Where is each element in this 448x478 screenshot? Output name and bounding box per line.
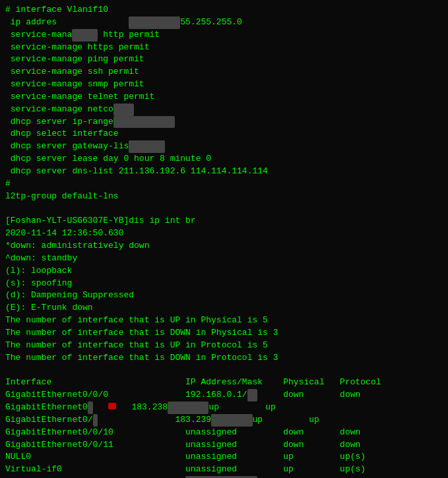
line-10: dhcp server ip-range	[5, 116, 443, 129]
line-3: service-mana http permit	[5, 29, 443, 42]
line-4: service-manage https permit	[5, 42, 443, 54]
table-row-4: GigabitEthernet0/0/10 unassigned down do…	[5, 427, 443, 439]
line-17: [Foshan-YLT-USG6307E-YB]dis ip int br	[5, 215, 443, 227]
line-23: (d): Dampening Suppressed	[5, 289, 443, 302]
table-row-7: Virtual-if0 unassigned up up(s)	[5, 463, 443, 476]
line-18: 2020-11-14 12:36:50.630	[5, 227, 443, 240]
line-26: The number of interface that is DOWN in …	[5, 327, 443, 340]
line-blank-1	[5, 203, 443, 216]
line-blank-2	[5, 364, 443, 376]
blurred-ip	[129, 16, 180, 29]
line-11: dhcp select interface	[5, 128, 443, 140]
red-indicator	[108, 403, 116, 409]
line-1: # interface Vlanif10	[5, 4, 443, 16]
table-row-1: GigabitEthernet0/0/0 192.168.0.1/ down d…	[5, 389, 443, 402]
line-13: dhcp server lease day 0 hour 8 minute 0	[5, 153, 443, 165]
blurred-1	[72, 29, 98, 42]
table-row-6: NULL0 unassigned up up(s)	[5, 451, 443, 463]
blurred-ip-3	[211, 414, 252, 427]
blurred-mask-1	[247, 389, 258, 402]
line-20: ^down: standby	[5, 253, 443, 265]
table-row-2: GigabitEthernet0 183.238 up up	[5, 402, 443, 414]
line-22: (s): spoofing	[5, 278, 443, 290]
line-27: The number of interface that is UP in Pr…	[5, 340, 443, 352]
line-25: The number of interface that is UP in Ph…	[5, 314, 443, 327]
table-row-5: GigabitEthernet0/0/11 unassigned down do…	[5, 439, 443, 452]
line-16: l2tp-group default-lns	[5, 191, 443, 203]
line-14: dhcp server dns-list 211.136.192.6 114.1…	[5, 165, 443, 178]
line-15: #	[5, 178, 443, 191]
line-19: *down: administratively down	[5, 240, 443, 253]
blurred-iface-1	[88, 402, 93, 414]
line-12: dhcp server gateway-lis	[5, 140, 443, 153]
line-2: ip addres 55.255.255.0	[5, 16, 443, 29]
line-28: The number of interface that is DOWN in …	[5, 352, 443, 365]
blurred-4	[129, 140, 165, 153]
line-24: (E): E-Trunk down	[5, 302, 443, 314]
line-5: service-manage ping permit	[5, 53, 443, 66]
blurred-2	[113, 104, 134, 116]
line-9: service-manage netco	[5, 104, 443, 116]
line-6: service-manage ssh permit	[5, 66, 443, 78]
line-21: (l): loopback	[5, 265, 443, 278]
blurred-ip-2	[168, 402, 208, 414]
blurred-iface-2	[93, 414, 98, 427]
table-row-3: GigabitEthernet0/ 183.239 up up	[5, 414, 443, 427]
line-8: service-manage telnet permit	[5, 91, 443, 104]
line-7: service-manage snmp permit	[5, 78, 443, 91]
blurred-3	[113, 116, 176, 129]
terminal-window: # interface Vlanif10 ip addres 55.255.25…	[5, 4, 443, 478]
table-header: Interface IP Address/Mask Physical Proto…	[5, 376, 443, 389]
